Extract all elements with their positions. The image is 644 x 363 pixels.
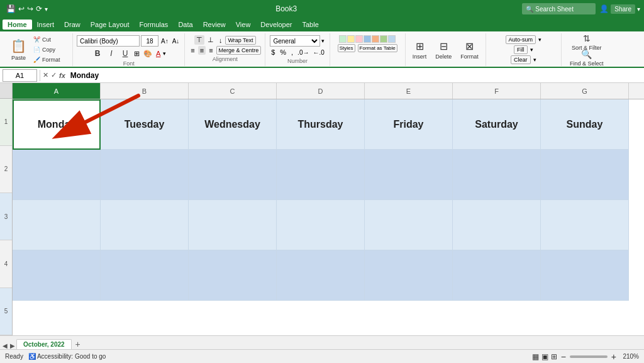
bold-button[interactable]: B [91, 48, 104, 59]
cell-a2[interactable] [13, 150, 101, 200]
align-bottom-icon[interactable]: ↓ [217, 36, 225, 45]
cell-f4[interactable] [453, 250, 541, 301]
style-swatch[interactable] [364, 35, 371, 43]
share-button[interactable]: Share [611, 4, 635, 14]
cell-a1[interactable]: Monday [13, 99, 101, 150]
menu-item-table[interactable]: Table [297, 20, 324, 30]
cell-c3[interactable] [189, 200, 277, 250]
menu-item-developer[interactable]: Developer [255, 20, 297, 30]
search-input[interactable] [535, 6, 592, 13]
autosum-chevron[interactable]: ▾ [538, 36, 541, 43]
menu-item-review[interactable]: Review [198, 20, 231, 30]
tab-nav-right[interactable]: ▶ [10, 342, 15, 349]
cell-a4[interactable] [13, 250, 101, 301]
decimal-decrease-icon[interactable]: ←.0 [311, 48, 325, 57]
cell-e1[interactable]: Friday [365, 99, 453, 150]
align-top-icon[interactable]: ⊤ [194, 35, 204, 45]
cell-f2[interactable] [453, 150, 541, 200]
cell-c2[interactable] [189, 150, 277, 200]
page-layout-view-icon[interactable]: ▣ [541, 352, 548, 361]
cell-g2[interactable] [541, 150, 629, 200]
menu-item-page-layout[interactable]: Page Layout [86, 20, 135, 30]
cell-b1[interactable]: Tuesday [101, 99, 189, 150]
font-chevron[interactable]: ▾ [163, 50, 166, 57]
cell-g3[interactable] [541, 200, 629, 250]
cell-d1[interactable]: Thursday [277, 99, 365, 150]
add-sheet-button[interactable]: + [73, 339, 83, 349]
cell-reference-input[interactable] [3, 69, 37, 82]
paste-button[interactable]: 📋 Paste [8, 36, 30, 64]
zoom-minus-button[interactable]: − [560, 352, 567, 362]
number-chevron[interactable]: ▾ [321, 38, 325, 44]
insert-function-icon[interactable]: fx [59, 72, 65, 79]
zoom-plus-button[interactable]: + [610, 352, 618, 362]
style-swatch[interactable] [388, 35, 396, 43]
clear-chevron[interactable]: ▾ [533, 57, 536, 63]
format-as-table-button[interactable]: Format as Table [358, 44, 397, 52]
cell-e4[interactable] [365, 250, 453, 301]
comma-icon[interactable]: , [289, 48, 295, 57]
save-icon[interactable]: 💾 [6, 4, 16, 13]
redo-icon[interactable]: ↪ [27, 4, 33, 13]
cell-g4[interactable] [541, 250, 629, 301]
cell-c1[interactable]: Wednesday [189, 99, 277, 150]
italic-button[interactable]: I [105, 48, 118, 59]
refresh-icon[interactable]: ⟳ [36, 4, 42, 13]
cell-b3[interactable] [101, 200, 189, 250]
align-right-icon[interactable]: ≡ [207, 46, 214, 55]
menu-item-data[interactable]: Data [173, 20, 197, 30]
menu-item-formulas[interactable]: Formulas [135, 20, 174, 30]
align-center-icon[interactable]: ≡ [198, 46, 206, 55]
cell-d4[interactable] [277, 250, 365, 301]
cell-f1[interactable]: Saturday [453, 99, 541, 150]
cancel-formula-icon[interactable]: ✕ [43, 71, 48, 79]
cell-c4[interactable] [189, 250, 277, 301]
font-increase-icon[interactable]: A↑ [160, 37, 170, 45]
cell-b2[interactable] [101, 150, 189, 200]
clear-button[interactable]: Clear [511, 55, 531, 64]
cell-f3[interactable] [453, 200, 541, 250]
align-left-icon[interactable]: ≡ [189, 46, 196, 55]
insert-cells-button[interactable]: ⊞ Insert [409, 36, 430, 64]
format-painter-button[interactable]: 🖌️Format [31, 55, 69, 65]
conditional-formatting-button[interactable]: Styles [338, 44, 355, 52]
cell-a3[interactable] [13, 200, 101, 250]
cell-g1[interactable]: Sunday [541, 99, 629, 150]
copy-button[interactable]: 📄Copy [31, 45, 69, 55]
zoom-level[interactable]: 210% [620, 353, 639, 360]
style-swatch[interactable] [380, 35, 387, 43]
cell-e3[interactable] [365, 200, 453, 250]
fill-button[interactable]: Fill [514, 45, 528, 54]
cell-d3[interactable] [277, 200, 365, 250]
zoom-slider[interactable] [570, 355, 608, 358]
font-color-icon[interactable]: A [155, 49, 162, 58]
style-swatch[interactable] [372, 35, 379, 43]
confirm-formula-icon[interactable]: ✓ [51, 71, 57, 79]
menu-item-insert[interactable]: Insert [32, 20, 60, 30]
autosum-button[interactable]: Auto-sum [506, 35, 536, 44]
menu-item-home[interactable]: Home [3, 20, 32, 30]
find-select-button[interactable]: 🔍 Find & Select [567, 51, 607, 65]
font-decrease-icon[interactable]: A↓ [171, 37, 181, 45]
align-middle-icon[interactable]: ⊥ [206, 35, 216, 45]
fill-color-icon[interactable]: 🎨 [142, 49, 153, 59]
style-swatch[interactable] [347, 35, 355, 43]
font-name-input[interactable] [77, 35, 140, 47]
undo-icon[interactable]: ↩ [18, 4, 25, 13]
percent-icon[interactable]: % [278, 48, 288, 57]
page-break-view-icon[interactable]: ⊞ [551, 352, 557, 361]
fill-chevron[interactable]: ▾ [530, 47, 533, 53]
delete-cells-button[interactable]: ⊟ Delete [432, 36, 455, 64]
format-cells-button[interactable]: ⊠ Format [457, 36, 482, 64]
normal-view-icon[interactable]: ▦ [532, 352, 539, 361]
cell-d2[interactable] [277, 150, 365, 200]
formula-input[interactable] [68, 71, 641, 80]
sort-filter-button[interactable]: ⇅ Sort & Filter [568, 35, 606, 50]
share-chevron[interactable]: ▾ [637, 6, 640, 13]
dropdown-icon[interactable]: ▾ [45, 6, 48, 13]
currency-icon[interactable]: $ [269, 48, 277, 57]
underline-button[interactable]: U [119, 48, 131, 59]
sheet-tab-october[interactable]: October, 2022 [16, 339, 72, 349]
number-format-select[interactable]: General [270, 35, 320, 47]
tab-nav-left[interactable]: ◀ [3, 342, 8, 349]
